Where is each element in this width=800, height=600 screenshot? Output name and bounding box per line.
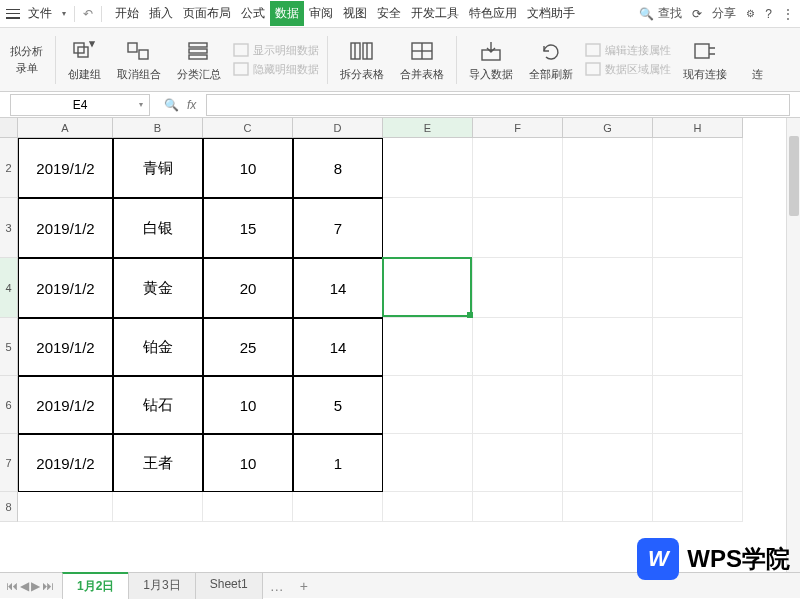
cell-H4[interactable] — [653, 258, 743, 318]
cell-A4[interactable]: 2019/1/2 — [18, 258, 113, 318]
sheet-add-button[interactable]: + — [292, 574, 316, 598]
name-box[interactable]: E4 ▾ — [10, 94, 150, 116]
help-icon[interactable]: ? — [765, 7, 772, 21]
cell-G3[interactable] — [563, 198, 653, 258]
tab-数据[interactable]: 数据 — [270, 1, 304, 26]
cell-E2[interactable] — [383, 138, 473, 198]
hamburger-icon[interactable] — [6, 9, 20, 19]
tab-审阅[interactable]: 审阅 — [304, 1, 338, 26]
cell-A7[interactable]: 2019/1/2 — [18, 434, 113, 492]
share-button[interactable]: 分享 — [712, 5, 736, 22]
row-header-6[interactable]: 6 — [0, 376, 18, 434]
row-header-2[interactable]: 2 — [0, 138, 18, 198]
row-header-7[interactable]: 7 — [0, 434, 18, 492]
ribbon-split-table[interactable]: 拆分表格 — [336, 37, 388, 82]
tab-文档助手[interactable]: 文档助手 — [522, 1, 580, 26]
row-header-4[interactable]: 4 — [0, 258, 18, 318]
file-menu[interactable]: 文件 — [24, 3, 56, 24]
cell-F6[interactable] — [473, 376, 563, 434]
tab-页面布局[interactable]: 页面布局 — [178, 1, 236, 26]
settings-icon[interactable]: ⚙ — [746, 8, 755, 19]
cell-G8[interactable] — [563, 492, 653, 522]
col-header-H[interactable]: H — [653, 118, 743, 138]
cell-E6[interactable] — [383, 376, 473, 434]
cell-F7[interactable] — [473, 434, 563, 492]
ribbon-merge-table[interactable]: 合并表格 — [396, 37, 448, 82]
ribbon-edit-conn[interactable]: 编辑连接属性 — [585, 43, 671, 58]
search-box[interactable]: 🔍 查找 — [639, 5, 682, 22]
ribbon-conn-fragment[interactable]: 连 — [739, 37, 775, 82]
cell-G6[interactable] — [563, 376, 653, 434]
ribbon-existing-conn[interactable]: 现有连接 — [679, 37, 731, 82]
fx-icon[interactable]: fx — [187, 98, 196, 112]
cell-B8[interactable] — [113, 492, 203, 522]
sheet-tab-1月2日[interactable]: 1月2日 — [62, 572, 129, 599]
tab-公式[interactable]: 公式 — [236, 1, 270, 26]
cell-B3[interactable]: 白银 — [113, 198, 203, 258]
cell-H8[interactable] — [653, 492, 743, 522]
col-header-C[interactable]: C — [203, 118, 293, 138]
cell-C4[interactable]: 20 — [203, 258, 293, 318]
more-icon[interactable]: ⋮ — [782, 7, 794, 21]
tab-开始[interactable]: 开始 — [110, 1, 144, 26]
cell-F5[interactable] — [473, 318, 563, 376]
scrollbar-thumb[interactable] — [789, 136, 799, 216]
cell-C2[interactable]: 10 — [203, 138, 293, 198]
cell-E5[interactable] — [383, 318, 473, 376]
cell-C5[interactable]: 25 — [203, 318, 293, 376]
cell-H3[interactable] — [653, 198, 743, 258]
cell-H5[interactable] — [653, 318, 743, 376]
cell-B4[interactable]: 黄金 — [113, 258, 203, 318]
sync-icon[interactable]: ⟳ — [692, 7, 702, 21]
ribbon-refresh-all[interactable]: 全部刷新 — [525, 37, 577, 82]
cell-E3[interactable] — [383, 198, 473, 258]
vertical-scrollbar[interactable] — [786, 118, 800, 572]
ribbon-analysis[interactable]: 拟分析 录单 — [6, 44, 47, 76]
cell-A8[interactable] — [18, 492, 113, 522]
cell-E4[interactable] — [383, 258, 473, 318]
col-header-D[interactable]: D — [293, 118, 383, 138]
sheet-nav[interactable]: ⏮◀▶⏭ — [6, 579, 62, 593]
cell-D3[interactable]: 7 — [293, 198, 383, 258]
sheet-more[interactable]: … — [262, 574, 292, 598]
nav-first-icon[interactable]: ⏮ — [6, 579, 18, 593]
formula-input[interactable] — [206, 94, 790, 116]
chevron-down-icon[interactable]: ▾ — [62, 9, 66, 18]
cell-D4[interactable]: 14 — [293, 258, 383, 318]
col-header-F[interactable]: F — [473, 118, 563, 138]
ribbon-region-props[interactable]: 数据区域属性 — [585, 62, 671, 77]
cell-B2[interactable]: 青铜 — [113, 138, 203, 198]
cell-H7[interactable] — [653, 434, 743, 492]
cell-B6[interactable]: 钻石 — [113, 376, 203, 434]
tab-插入[interactable]: 插入 — [144, 1, 178, 26]
chevron-down-icon[interactable]: ▾ — [139, 100, 143, 109]
tab-特色应用[interactable]: 特色应用 — [464, 1, 522, 26]
cell-C8[interactable] — [203, 492, 293, 522]
cell-E7[interactable] — [383, 434, 473, 492]
col-header-E[interactable]: E — [383, 118, 473, 138]
tab-开发工具[interactable]: 开发工具 — [406, 1, 464, 26]
cell-grid[interactable]: 2019/1/2青铜1082019/1/2白银1572019/1/2黄金2014… — [18, 138, 743, 522]
col-header-B[interactable]: B — [113, 118, 203, 138]
undo-icon[interactable]: ↶ — [83, 7, 93, 21]
row-header-8[interactable]: 8 — [0, 492, 18, 522]
cell-A3[interactable]: 2019/1/2 — [18, 198, 113, 258]
sheet-tab-Sheet1[interactable]: Sheet1 — [195, 572, 263, 599]
nav-prev-icon[interactable]: ◀ — [20, 579, 29, 593]
cell-C3[interactable]: 15 — [203, 198, 293, 258]
tab-安全[interactable]: 安全 — [372, 1, 406, 26]
cell-D7[interactable]: 1 — [293, 434, 383, 492]
cell-A2[interactable]: 2019/1/2 — [18, 138, 113, 198]
col-header-A[interactable]: A — [18, 118, 113, 138]
cell-D2[interactable]: 8 — [293, 138, 383, 198]
select-all-corner[interactable] — [0, 118, 18, 138]
ribbon-import-data[interactable]: 导入数据 — [465, 37, 517, 82]
ribbon-create-group[interactable]: 创建组 — [64, 37, 105, 82]
cell-G5[interactable] — [563, 318, 653, 376]
cell-F3[interactable] — [473, 198, 563, 258]
cell-B5[interactable]: 铂金 — [113, 318, 203, 376]
col-header-G[interactable]: G — [563, 118, 653, 138]
cell-E8[interactable] — [383, 492, 473, 522]
row-header-5[interactable]: 5 — [0, 318, 18, 376]
tab-视图[interactable]: 视图 — [338, 1, 372, 26]
